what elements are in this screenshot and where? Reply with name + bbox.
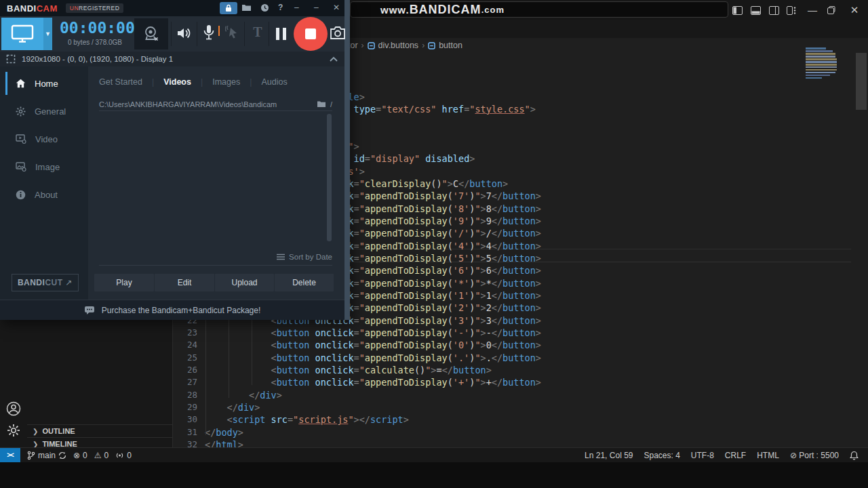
recording-timer: 00:00:00	[60, 19, 130, 37]
sidebar-item-video[interactable]: Video	[0, 129, 88, 149]
language-mode[interactable]: HTML	[757, 451, 779, 460]
unregistered-badge: UNREGISTERED	[66, 3, 124, 13]
eol-status[interactable]: CRLF	[725, 451, 746, 460]
speaker-icon[interactable]	[176, 26, 193, 41]
help-icon[interactable]: ?	[278, 3, 283, 12]
sync-icon	[58, 451, 66, 460]
live-server-port[interactable]: ⊘ Port : 5500	[790, 451, 839, 460]
sidebar-item-about[interactable]: About	[0, 184, 88, 205]
tab-images[interactable]: Images	[212, 77, 240, 87]
watermark-text: www.	[380, 4, 410, 16]
sidebar-item-image[interactable]: Image	[0, 157, 88, 177]
screenshot-camera-icon[interactable]	[330, 26, 346, 41]
capture-region-header[interactable]: 1920x1080 - (0, 0), (1920, 1080) - Displ…	[0, 52, 344, 66]
broadcast-icon	[115, 451, 124, 460]
text-overlay-icon[interactable]: T	[250, 24, 265, 40]
bandicam-titlebar: BANDICAM UNREGISTERED ? – – ✕	[0, 0, 344, 16]
sidebar-item-home[interactable]: Home	[0, 73, 88, 94]
warnings-icon: ⚠	[94, 451, 102, 460]
window-restore-icon[interactable]	[823, 3, 840, 18]
mic-level-indicator	[218, 26, 220, 36]
toggle-sidebar-icon[interactable]	[730, 3, 745, 18]
git-branch-status[interactable]: main	[27, 451, 66, 460]
indent-guide	[229, 312, 229, 398]
play-button[interactable]: Play	[94, 274, 154, 291]
collapse-chevron-icon[interactable]	[330, 56, 338, 62]
microphone-icon[interactable]	[202, 24, 216, 42]
minimize-tray-icon[interactable]: –	[314, 3, 319, 12]
customize-layout-icon[interactable]	[784, 3, 799, 18]
code-line-30[interactable]: 30 <script src="script.js"></script>	[173, 413, 541, 426]
chat-bubble-icon	[84, 306, 95, 314]
monitor-icon	[11, 24, 34, 43]
path-slash: /	[330, 100, 332, 108]
settings-gear-icon[interactable]	[6, 423, 21, 438]
home-icon	[16, 79, 26, 88]
ports-status[interactable]: 0	[115, 451, 132, 460]
stop-recording-button[interactable]	[294, 17, 328, 51]
problems-status[interactable]: ⊗0 ⚠0	[73, 451, 108, 460]
vscode-tab-strip	[350, 20, 868, 38]
webcam-overlay-button[interactable]	[134, 18, 168, 49]
purchase-banner[interactable]: Purchase the Bandicam+Bandicut Package!	[0, 300, 344, 320]
screen-recording-mode-button[interactable]	[1, 18, 43, 50]
breadcrumb-item-button[interactable]: button	[439, 41, 462, 50]
outline-section-header[interactable]: ❯ OUTLINE	[27, 424, 172, 437]
minimap[interactable]	[806, 47, 841, 85]
remote-indicator[interactable]: ><	[0, 448, 20, 463]
vscode-status-bar: >< main ⊗0 ⚠0 0 Ln 21, Col 59 Spaces: 4 …	[0, 447, 868, 462]
pause-button[interactable]	[276, 28, 286, 40]
region-select-icon	[6, 54, 16, 64]
delete-button[interactable]: Delete	[275, 274, 334, 291]
folder-icon[interactable]	[317, 100, 326, 108]
port-icon: ⊘	[790, 451, 797, 460]
code-line-29[interactable]: 29 </div>	[173, 401, 541, 413]
sort-by-date-control[interactable]: Sort by Date	[99, 248, 332, 266]
breadcrumb[interactable]: tor › div.buttons › button	[346, 38, 868, 53]
indent-guide	[205, 312, 206, 435]
indentation-status[interactable]: Spaces: 4	[644, 451, 679, 460]
open-folder-icon[interactable]	[241, 3, 252, 12]
bandicut-promo-button[interactable]: BANDICUT ↗	[12, 274, 79, 291]
window-close-icon[interactable]: ✕	[846, 3, 863, 18]
info-icon	[16, 190, 26, 200]
encoding-status[interactable]: UTF-8	[691, 451, 714, 460]
image-settings-icon	[16, 162, 26, 171]
close-icon[interactable]: ✕	[333, 3, 340, 12]
tab-get-started[interactable]: Get Started	[99, 77, 142, 87]
video-file-list[interactable]	[99, 111, 332, 248]
breadcrumb-separator: ›	[361, 41, 364, 50]
lock-icon[interactable]	[220, 2, 237, 14]
toggle-panel-icon[interactable]	[748, 3, 763, 18]
schedule-clock-icon[interactable]	[260, 3, 269, 12]
symbol-element-icon	[428, 42, 435, 49]
code-line-31[interactable]: 31</body>	[173, 426, 541, 439]
window-minimize-icon[interactable]: —	[804, 3, 821, 18]
tab-audios[interactable]: Audios	[261, 77, 287, 87]
bandicam-tabs: Get Started | Videos | Images | Audios	[99, 77, 288, 87]
accounts-icon[interactable]	[6, 401, 21, 416]
video-settings-icon	[16, 134, 26, 144]
errors-icon: ⊗	[73, 451, 80, 460]
edit-button[interactable]: Edit	[155, 274, 214, 291]
external-link-arrow-icon: ↗	[66, 278, 73, 287]
editor-scrollbar[interactable]	[856, 53, 867, 110]
sidebar-item-general[interactable]: General	[0, 101, 88, 121]
tab-videos[interactable]: Videos	[163, 77, 191, 87]
capture-region-label: 1920x1080 - (0, 0), (1920, 1080) - Displ…	[22, 55, 173, 63]
minimize-icon[interactable]: –	[294, 3, 299, 12]
bandicam-logo: BANDICAM	[7, 3, 58, 14]
breadcrumb-item-div-buttons[interactable]: div.buttons	[378, 41, 419, 50]
recording-size-info: 0 bytes / 378.0GB	[54, 39, 136, 46]
output-folder-row[interactable]: C:\Users\ANKIBHARGAVIYARRAM\Videos\Bandi…	[99, 98, 332, 111]
bandicam-body: Home General Video Image About	[0, 66, 344, 300]
file-list-scrollbar[interactable]	[327, 114, 332, 241]
bandicam-toolbar: ▼ 00:00:00 0 bytes / 378.0GB T	[0, 16, 344, 52]
recording-mode-dropdown[interactable]: ▼	[43, 18, 52, 50]
cursor-position[interactable]: Ln 21, Col 59	[585, 451, 633, 460]
mouse-effects-icon[interactable]	[225, 25, 240, 41]
toggle-secondary-sidebar-icon[interactable]	[766, 3, 781, 18]
notifications-bell-icon[interactable]	[850, 451, 859, 460]
breadcrumb-separator: ›	[422, 41, 425, 50]
upload-button[interactable]: Upload	[215, 274, 274, 291]
